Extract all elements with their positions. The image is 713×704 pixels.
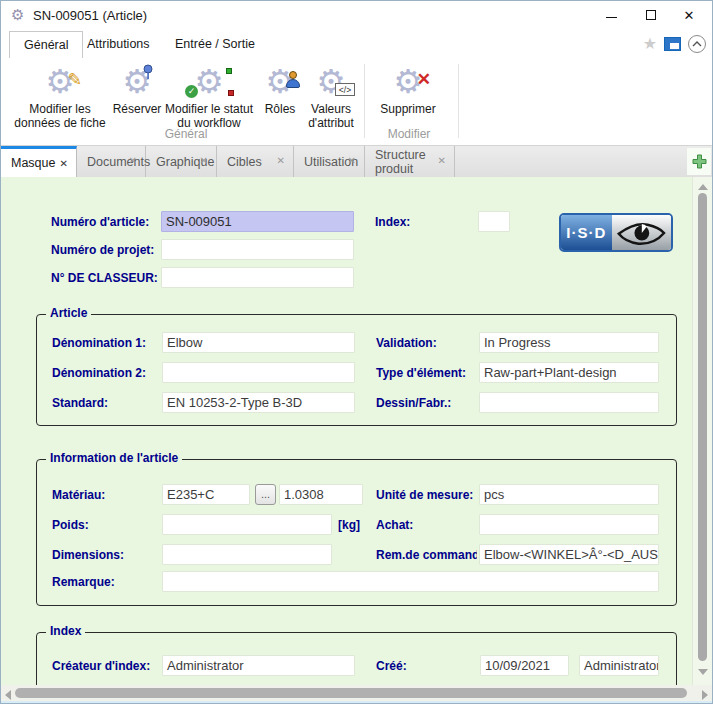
horizontal-scrollbar[interactable]	[1, 685, 712, 701]
ribbon-tab-attributions[interactable]: Attributions	[73, 31, 164, 58]
project-number-field[interactable]	[161, 239, 354, 260]
window-title: SN-009051 (Article)	[33, 8, 147, 23]
article-number-field[interactable]: SN-009051	[161, 211, 354, 232]
material-number-field[interactable]: 1.0308	[279, 484, 363, 505]
modify-record-data-button[interactable]: ⚙✎ Modifier les données de fiche	[11, 62, 109, 130]
plus-icon	[692, 154, 707, 169]
denomination2-field[interactable]	[162, 362, 355, 383]
unit-of-measure-field[interactable]: pcs	[479, 484, 659, 505]
attribute-values-button[interactable]: ⚙ </> Valeurs d'attribut	[301, 62, 361, 130]
material-label: Matériau:	[52, 488, 105, 502]
roles-button[interactable]: ⚙ Rôles	[259, 62, 301, 117]
remark-field[interactable]	[162, 571, 659, 592]
maximize-button[interactable]	[634, 1, 668, 31]
standard-field[interactable]: EN 10253-2-Type B-3D	[162, 392, 355, 413]
ribbon-tab-entree-sortie[interactable]: Entrée / Sortie	[161, 31, 269, 58]
order-remark-label: Rem.de commande:	[376, 548, 477, 562]
purchase-field[interactable]	[479, 514, 659, 535]
article-groupbox: Article Dénomination 1: Elbow Validation…	[36, 314, 677, 426]
binder-number-field[interactable]	[161, 267, 354, 288]
tab-utilisation[interactable]: Utilisation ✕	[294, 146, 365, 177]
order-remark-field[interactable]: Elbow-<WINKEL>Â°-<D_AUSSEN	[479, 544, 659, 565]
window-layout-icon[interactable]	[664, 37, 681, 51]
tab-close-icon[interactable]: ✕	[129, 155, 137, 166]
index-creator-field[interactable]: Administrator	[162, 655, 355, 676]
check-circle-icon: ✓	[185, 85, 198, 98]
created-date-field[interactable]: 10/09/2021	[480, 655, 569, 676]
tab-close-icon[interactable]: ✕	[277, 155, 285, 166]
red-square-icon	[228, 90, 234, 96]
reserve-button[interactable]: ⚙ Réserver	[109, 62, 165, 117]
standard-label: Standard:	[52, 396, 108, 410]
horizontal-scroll-thumb[interactable]	[15, 688, 687, 698]
add-tab-button[interactable]	[687, 148, 711, 175]
isd-logo-text: I·S·D	[561, 215, 612, 250]
minimize-icon	[606, 17, 617, 18]
scroll-left-arrow-icon[interactable]	[5, 690, 11, 700]
gear-workflow-icon: ⚙ ✓	[190, 62, 228, 102]
dimensions-field[interactable]	[162, 544, 332, 565]
scroll-right-arrow-icon[interactable]	[702, 690, 708, 700]
tab-cibles[interactable]: Cibles ✕	[217, 146, 294, 177]
material-browse-button[interactable]: ...	[255, 484, 276, 505]
denomination2-label: Dénomination 2:	[52, 366, 146, 380]
close-button[interactable]: ✕	[672, 1, 706, 31]
scroll-up-arrow-icon[interactable]	[698, 184, 708, 190]
purchase-label: Achat:	[376, 518, 413, 532]
gear-delete-icon: ⚙✕	[389, 62, 427, 102]
ribbon-group-label-general: Général	[111, 127, 261, 141]
modify-workflow-status-button[interactable]: ⚙ ✓ Modifier le statut du workflow	[159, 62, 259, 130]
favorite-star-icon[interactable]: ★	[643, 35, 657, 53]
tab-structure-produit[interactable]: Structure produit ✕	[365, 146, 455, 177]
delete-button[interactable]: ⚙✕ Supprimer	[369, 62, 447, 117]
vertical-scroll-thumb[interactable]	[698, 193, 707, 661]
article-number-label: Numéro d'article:	[51, 215, 149, 229]
drawing-label: Dessin/Fabr.:	[376, 396, 451, 410]
gear-pencil-icon: ⚙✎	[41, 62, 79, 102]
article-group-title: Article	[46, 306, 91, 320]
denomination1-field[interactable]: Elbow	[162, 332, 355, 353]
ribbon-group-label-modifier: Modifier	[369, 127, 449, 141]
tab-close-icon[interactable]: ✕	[438, 155, 446, 166]
material-field[interactable]: E235+C	[162, 484, 250, 505]
isd-eye-icon	[615, 219, 667, 247]
minimize-button[interactable]	[594, 1, 628, 31]
tab-close-icon[interactable]: ✕	[348, 155, 356, 166]
created-by-field[interactable]: Administrator	[579, 655, 659, 676]
tab-masque[interactable]: Masque ✕	[1, 146, 77, 177]
maximize-icon	[646, 10, 656, 20]
binder-number-label: N° DE CLASSEUR:	[51, 271, 158, 285]
gear-pin-icon: ⚙	[118, 62, 156, 102]
unit-of-measure-label: Unité de mesure:	[376, 488, 473, 502]
tab-close-icon[interactable]: ✕	[60, 158, 68, 169]
tab-close-icon[interactable]: ✕	[200, 155, 208, 166]
article-detail-window: ⚙ SN-009051 (Article) ✕ Général Attribut…	[0, 0, 713, 704]
ribbon-toolbar: ⚙✎ Modifier les données de fiche ⚙ Réser…	[1, 58, 712, 146]
element-type-label: Type d'élément:	[376, 366, 466, 380]
tab-graphique[interactable]: Graphique ✕	[146, 146, 217, 177]
pushpin-icon	[141, 64, 154, 80]
isd-logo: I·S·D	[559, 213, 673, 252]
vertical-scrollbar[interactable]	[692, 177, 712, 685]
collapse-ribbon-button[interactable]	[688, 35, 706, 53]
person-head-icon	[289, 71, 297, 79]
chevron-up-icon	[692, 41, 702, 47]
index-field[interactable]	[478, 211, 510, 232]
titlebar: ⚙ SN-009051 (Article) ✕	[1, 1, 712, 31]
article-info-groupbox: Information de l'article Matériau: E235+…	[36, 459, 677, 606]
green-square-icon	[226, 68, 232, 74]
document-tab-strip: Masque ✕ Documents ✕ Graphique ✕ Cibles …	[1, 146, 712, 177]
validation-field[interactable]: In Progress	[479, 332, 659, 353]
project-number-label: Numéro de projet:	[51, 243, 154, 257]
article-info-group-title: Information de l'article	[46, 451, 182, 465]
weight-field[interactable]	[162, 514, 332, 535]
kg-unit-label: [kg]	[338, 518, 360, 532]
drawing-field[interactable]	[479, 392, 659, 413]
element-type-field[interactable]: Raw-part+Plant-design	[479, 362, 659, 383]
ribbon-group-separator	[364, 64, 365, 138]
scroll-down-arrow-icon[interactable]	[698, 669, 708, 675]
gear-markup-icon: ⚙ </>	[312, 62, 350, 102]
masque-form: Numéro d'article: SN-009051 Index: Numér…	[1, 177, 712, 704]
tab-documents[interactable]: Documents ✕	[77, 146, 146, 177]
weight-label: Poids:	[52, 518, 89, 532]
